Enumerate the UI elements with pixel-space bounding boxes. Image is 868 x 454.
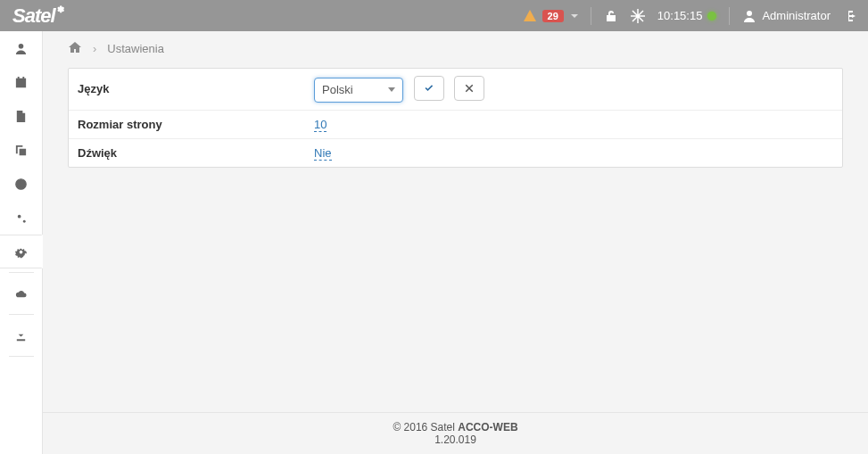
logout-button[interactable] — [843, 9, 857, 23]
language-select-value: Polski — [322, 83, 353, 96]
logo-text: Satel — [12, 4, 55, 28]
chevron-right-icon: › — [93, 42, 96, 55]
sidebar-item-download[interactable] — [0, 318, 43, 352]
sidebar-separator — [9, 356, 34, 357]
sidebar-item-globe[interactable] — [0, 167, 43, 201]
cancel-button[interactable] — [454, 76, 484, 101]
status-dot-icon — [707, 12, 716, 21]
unlock-button[interactable] — [604, 9, 618, 23]
language-select[interactable]: Polski — [314, 78, 403, 103]
alerts-dropdown[interactable]: 29 — [523, 9, 578, 23]
username-label: Administrator — [762, 9, 831, 22]
setting-label: Dźwięk — [69, 138, 305, 167]
breadcrumb-home[interactable] — [68, 40, 82, 57]
divider — [729, 7, 730, 25]
table-row: Język Polski — [69, 69, 842, 110]
warning-icon — [523, 9, 537, 23]
svg-point-2 — [23, 219, 26, 222]
setting-label: Rozmiar strony — [69, 110, 305, 138]
caret-down-icon — [388, 87, 395, 92]
content-region: › Ustawienia Język Polski — [43, 31, 868, 412]
clock-text: 10:15:15 — [657, 9, 703, 22]
table-row: Dźwięk Nie — [69, 138, 842, 167]
divider — [591, 7, 591, 25]
user-icon — [742, 9, 756, 23]
footer: © 2016 Satel ACCO-WEB 1.20.019 — [43, 412, 868, 454]
alert-count-badge: 29 — [542, 10, 564, 22]
footer-copyright-prefix: © 2016 Satel — [393, 421, 458, 433]
sidebar — [0, 31, 43, 454]
settings-table: Język Polski Rozmiar strony — [68, 68, 843, 168]
sidebar-item-cloud[interactable] — [0, 277, 43, 310]
footer-version: 1.20.019 — [434, 433, 476, 446]
sidebar-item-settings[interactable] — [0, 235, 43, 268]
logo-symbol: ✽ — [57, 4, 63, 14]
sidebar-separator — [9, 314, 34, 315]
clock: 10:15:15 — [657, 9, 717, 22]
confirm-button[interactable] — [414, 76, 444, 101]
breadcrumb: › Ustawienia — [68, 40, 843, 57]
caret-down-icon — [571, 14, 578, 18]
snowflake-button[interactable] — [631, 9, 645, 23]
sidebar-separator — [9, 272, 34, 273]
setting-value-cell: Polski — [305, 69, 842, 110]
svg-point-1 — [18, 214, 21, 218]
unlock-icon — [604, 9, 618, 23]
footer-copyright: © 2016 Satel ACCO-WEB — [393, 421, 517, 433]
sidebar-item-copy[interactable] — [0, 133, 43, 167]
sidebar-item-users[interactable] — [0, 31, 43, 65]
breadcrumb-page: Ustawienia — [107, 42, 164, 55]
table-row: Rozmiar strony 10 — [69, 110, 842, 138]
user-menu[interactable]: Administrator — [742, 9, 831, 23]
logo: Satel✽ — [12, 4, 63, 28]
sound-value[interactable]: Nie — [314, 146, 332, 161]
snowflake-icon — [631, 9, 645, 23]
page-size-value[interactable]: 10 — [314, 118, 327, 132]
setting-value-cell: 10 — [305, 110, 842, 138]
footer-product: ACCO-WEB — [458, 421, 517, 433]
setting-label: Język — [69, 69, 305, 110]
sidebar-item-gears[interactable] — [0, 201, 43, 235]
setting-value-cell: Nie — [305, 138, 842, 167]
sidebar-item-calendar[interactable] — [0, 65, 43, 99]
logout-icon — [843, 9, 857, 23]
sidebar-item-document[interactable] — [0, 99, 43, 133]
